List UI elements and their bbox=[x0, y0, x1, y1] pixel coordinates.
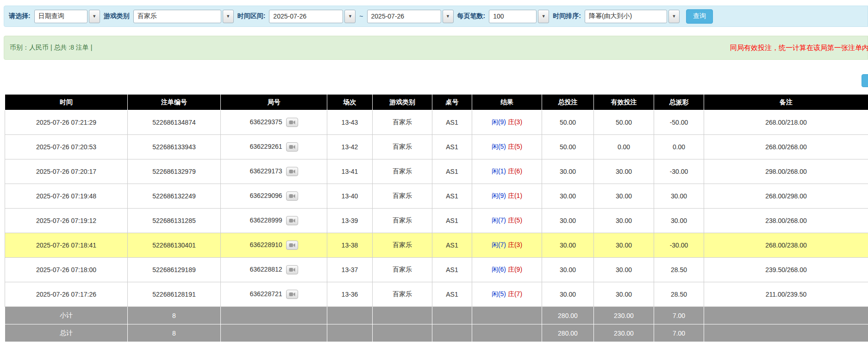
footer-empty-cell bbox=[432, 324, 472, 342]
video-replay-icon[interactable] bbox=[286, 118, 298, 127]
footer-total-bet-cell: 280.00 bbox=[542, 324, 594, 342]
round-cell: 636228910 bbox=[221, 233, 327, 258]
total-bet-cell[interactable]: 30.00 bbox=[542, 233, 594, 258]
video-replay-icon[interactable] bbox=[286, 265, 298, 274]
game-type-cell: 百家乐 bbox=[373, 110, 432, 135]
query-type-dropdown-button[interactable]: ▼ bbox=[89, 10, 100, 23]
same-round-note-text: 同局有效投注，统一计算在该局第一张注单内 bbox=[730, 44, 868, 52]
session-cell: 13-36 bbox=[327, 282, 373, 307]
table-row: 2025-07-26 07:20:17522686132979636229173… bbox=[5, 159, 868, 184]
footer-empty-cell bbox=[704, 324, 868, 342]
chevron-down-icon: ▼ bbox=[672, 14, 676, 19]
payout-cell: 28.50 bbox=[654, 282, 704, 307]
round-number: 636228721 bbox=[250, 290, 282, 298]
footer-empty-cell bbox=[221, 324, 327, 342]
date-from-dropdown-button[interactable]: ▼ bbox=[344, 10, 356, 23]
query-type-input[interactable] bbox=[34, 10, 87, 23]
table-number-cell: AS1 bbox=[432, 258, 472, 282]
note-cell: 268.00/268.00 bbox=[704, 135, 868, 159]
date-from-input[interactable] bbox=[269, 10, 343, 23]
bet-id-cell: 522686128191 bbox=[128, 282, 221, 307]
betting-table-footer: 小计8280.00230.007.00总计8280.00230.007.00 bbox=[5, 307, 868, 342]
video-replay-icon[interactable] bbox=[286, 241, 298, 250]
result-cell: 闲(5) 庄(7) bbox=[472, 282, 542, 307]
total-bet-cell[interactable]: 30.00 bbox=[542, 184, 594, 209]
round-number: 636229261 bbox=[250, 143, 282, 150]
payout-cell: 30.00 bbox=[654, 184, 704, 209]
banker-result: 庄(5) bbox=[508, 143, 522, 150]
time-range-label: 时间区间: bbox=[237, 12, 266, 20]
column-header: 总投注 bbox=[542, 95, 594, 110]
total-bet-cell[interactable]: 30.00 bbox=[542, 282, 594, 307]
footer-count-cell: 8 bbox=[128, 307, 221, 324]
session-cell: 13-43 bbox=[327, 110, 373, 135]
chevron-down-icon: ▼ bbox=[446, 14, 450, 19]
total-bet-cell[interactable]: 30.00 bbox=[542, 159, 594, 184]
game-type-cell: 百家乐 bbox=[373, 209, 432, 233]
result-cell: 闲(7) 庄(5) bbox=[472, 209, 542, 233]
time-cell: 2025-07-26 07:18:00 bbox=[5, 258, 128, 282]
footer-empty-cell bbox=[472, 307, 542, 324]
per-page-dropdown-button[interactable]: ▼ bbox=[538, 10, 549, 23]
time-cell: 2025-07-26 07:21:29 bbox=[5, 110, 128, 135]
result-cell: 闲(7) 庄(3) bbox=[472, 233, 542, 258]
video-replay-icon[interactable] bbox=[286, 290, 298, 299]
game-type-cell: 百家乐 bbox=[373, 135, 432, 159]
table-row: 2025-07-26 07:17:26522686128191636228721… bbox=[5, 282, 868, 307]
game-type-input[interactable] bbox=[133, 10, 221, 23]
round-cell: 636229375 bbox=[221, 110, 327, 135]
total-bet-cell[interactable]: 50.00 bbox=[542, 135, 594, 159]
query-button[interactable]: 查询 bbox=[686, 9, 713, 24]
date-to-dropdown-button[interactable]: ▼ bbox=[443, 10, 454, 23]
note-cell: 238.00/268.00 bbox=[704, 209, 868, 233]
total-bet-cell[interactable]: 30.00 bbox=[542, 258, 594, 282]
video-replay-icon[interactable] bbox=[286, 191, 298, 201]
table-number-cell: AS1 bbox=[432, 209, 472, 233]
video-replay-icon[interactable] bbox=[286, 167, 298, 176]
video-replay-icon[interactable] bbox=[286, 216, 298, 225]
round-number: 636229173 bbox=[250, 167, 282, 175]
footer-empty-cell bbox=[373, 324, 432, 342]
table-row: 2025-07-26 07:21:29522686134874636229375… bbox=[5, 110, 868, 135]
video-replay-icon[interactable] bbox=[286, 142, 298, 152]
player-result: 闲(1) bbox=[492, 167, 506, 175]
table-number-cell: AS1 bbox=[432, 159, 472, 184]
column-header: 备注 bbox=[704, 95, 868, 110]
bet-id-cell: 522686131285 bbox=[128, 209, 221, 233]
time-sort-input[interactable] bbox=[585, 10, 667, 23]
game-type-dropdown-button[interactable]: ▼ bbox=[223, 10, 234, 23]
round-number: 636229096 bbox=[250, 192, 282, 199]
chevron-down-icon: ▼ bbox=[542, 14, 546, 19]
valid-bet-cell: 30.00 bbox=[594, 282, 654, 307]
table-number-cell: AS1 bbox=[432, 110, 472, 135]
subtotal-row: 小计8280.00230.007.00 bbox=[5, 307, 868, 324]
time-sort-dropdown-button[interactable]: ▼ bbox=[668, 10, 680, 23]
payout-cell: 28.50 bbox=[654, 258, 704, 282]
game-type-combobox: ▼ bbox=[133, 10, 234, 23]
banker-result: 庄(3) bbox=[508, 118, 522, 126]
export-button[interactable] bbox=[862, 74, 868, 87]
round-number: 636228812 bbox=[250, 266, 282, 273]
game-type-cell: 百家乐 bbox=[373, 258, 432, 282]
payout-cell: 0.00 bbox=[654, 135, 704, 159]
column-header: 场次 bbox=[327, 95, 373, 110]
game-type-label: 游戏类别 bbox=[104, 12, 130, 20]
per-page-label: 每页笔数: bbox=[457, 12, 486, 20]
column-header: 游戏类别 bbox=[373, 95, 432, 110]
date-to-input[interactable] bbox=[367, 10, 441, 23]
per-page-input[interactable] bbox=[489, 10, 537, 23]
total-bet-cell[interactable]: 50.00 bbox=[542, 110, 594, 135]
payout-cell: -30.00 bbox=[654, 159, 704, 184]
currency-summary-text: 币别：人民币 | 总共 :8 注单 | bbox=[10, 44, 92, 52]
banker-result: 庄(5) bbox=[508, 216, 522, 224]
column-header: 有效投注 bbox=[594, 95, 654, 110]
footer-empty-cell bbox=[373, 307, 432, 324]
time-cell: 2025-07-26 07:17:26 bbox=[5, 282, 128, 307]
result-cell: 闲(9) 庄(3) bbox=[472, 110, 542, 135]
player-result: 闲(5) bbox=[492, 290, 506, 298]
total-bet-cell[interactable]: 30.00 bbox=[542, 209, 594, 233]
banker-result: 庄(6) bbox=[508, 167, 522, 175]
round-number: 636228999 bbox=[250, 216, 282, 224]
valid-bet-cell: 30.00 bbox=[594, 209, 654, 233]
banker-result: 庄(1) bbox=[508, 192, 522, 199]
